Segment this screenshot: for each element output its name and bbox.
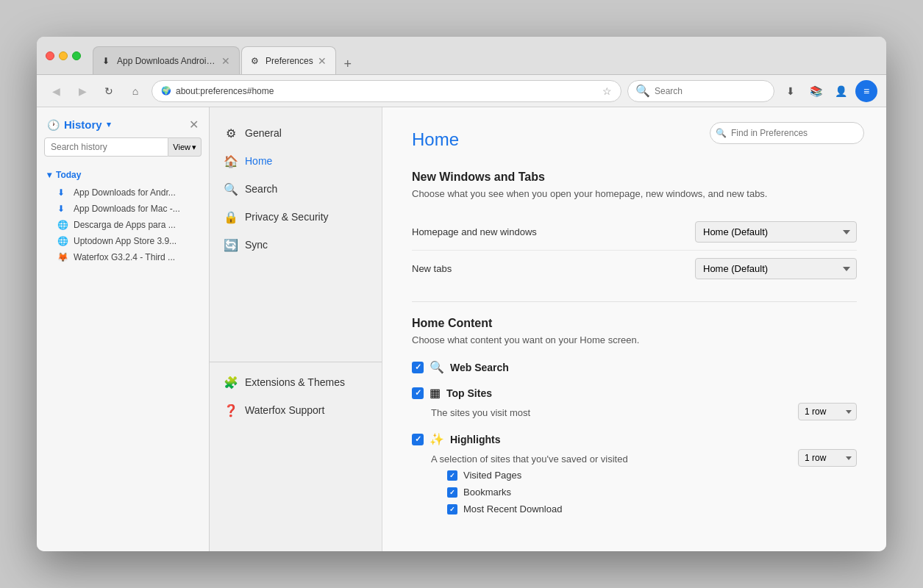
tab-app-downloads-close[interactable]: ✕: [221, 55, 230, 67]
bookmarks-checkbox[interactable]: [447, 487, 457, 498]
close-button[interactable]: [46, 51, 54, 60]
tab-preferences[interactable]: ⚙ Preferences ✕: [241, 46, 336, 74]
search-input[interactable]: [655, 86, 766, 96]
tab-preferences-title: Preferences: [266, 56, 313, 66]
history-today-group[interactable]: ▾ Today: [37, 165, 209, 184]
new-tab-button[interactable]: +: [338, 54, 358, 74]
nav-bar: ◀ ▶ ↻ ⌂ 🌍 about:preferences#home ☆ 🔍 ⬇ 📚…: [37, 75, 886, 107]
prefs-content: Home New Windows and Tabs Choose what yo…: [382, 107, 886, 551]
menu-icon[interactable]: ≡: [855, 80, 877, 102]
top-sites-desc: The sites you visit most: [431, 407, 530, 418]
search-nav-icon: 🔍: [224, 182, 238, 196]
prefs-nav-support[interactable]: ❓ Waterfox Support: [210, 396, 382, 424]
prefs-nav-extensions[interactable]: 🧩 Extensions & Themes: [210, 368, 382, 396]
title-bar: ⬇ App Downloads Android - Do... ✕ ⚙ Pref…: [37, 37, 886, 75]
prefs-nav-privacy-label: Privacy & Security: [245, 211, 329, 223]
toolbar-icons: ⬇ 📚 👤 ≡: [780, 80, 877, 102]
history-item-icon-0: ⬇: [57, 187, 68, 198]
bookmarks-item: Bookmarks: [447, 487, 857, 498]
most-recent-download-checkbox[interactable]: [447, 504, 457, 514]
history-search-input[interactable]: [44, 137, 168, 157]
prefs-nav-home-label: Home: [245, 155, 272, 167]
prefs-nav-sync[interactable]: 🔄 Sync: [210, 231, 382, 259]
find-bar: 🔍: [710, 122, 864, 144]
clock-icon: 🕐: [47, 119, 60, 131]
bookmark-icon[interactable]: ☆: [602, 85, 612, 97]
home-button[interactable]: ⌂: [125, 81, 146, 101]
address-bar[interactable]: 🌍 about:preferences#home ☆: [152, 80, 621, 102]
new-windows-tabs-heading: New Windows and Tabs: [412, 171, 857, 184]
view-button[interactable]: View ▾: [168, 137, 202, 157]
tab-bar: ⬇ App Downloads Android - Do... ✕ ⚙ Pref…: [93, 37, 877, 74]
highlights-label: Highlights: [450, 434, 500, 445]
minimize-button[interactable]: [59, 51, 68, 60]
tab-preferences-close[interactable]: ✕: [318, 55, 327, 67]
tab-app-downloads[interactable]: ⬇ App Downloads Android - Do... ✕: [93, 46, 240, 74]
highlights-checkbox[interactable]: [412, 434, 424, 445]
visited-pages-checkbox[interactable]: [447, 470, 457, 481]
history-item-icon-2: 🌐: [57, 220, 68, 230]
top-sites-label: Top Sites: [446, 387, 492, 399]
gear-tab-icon: ⚙: [251, 56, 261, 66]
newtab-select[interactable]: Home (Default) Blank Page: [695, 258, 857, 279]
tab-app-downloads-title: App Downloads Android - Do...: [117, 56, 217, 66]
highlights-item: ✨ Highlights A selection of sites that y…: [412, 432, 857, 520]
history-title-arrow: ▾: [107, 120, 111, 129]
history-item-icon-4: 🦊: [57, 252, 68, 262]
history-item-text-1: App Downloads for Mac -...: [74, 204, 180, 214]
web-search-icon: 🔍: [430, 360, 444, 374]
location-icon: 🌍: [161, 86, 171, 96]
highlights-icon: ✨: [430, 432, 444, 446]
lock-nav-icon: 🔒: [224, 210, 238, 223]
library-icon[interactable]: 📚: [805, 81, 826, 101]
top-sites-main: ▦ Top Sites: [412, 386, 492, 400]
back-button[interactable]: ◀: [46, 81, 66, 101]
home-nav-icon: 🏠: [224, 154, 238, 168]
new-windows-tabs-section: New Windows and Tabs Choose what you see…: [412, 171, 857, 287]
forward-button[interactable]: ▶: [72, 81, 93, 101]
history-list: ▾ Today ⬇ App Downloads for Andr... ⬇ Ap…: [37, 162, 209, 551]
account-icon[interactable]: 👤: [830, 81, 851, 101]
most-recent-download-label: Most Recent Download: [463, 503, 562, 514]
home-content-section: Home Content Choose what content you wan…: [412, 317, 857, 520]
prefs-nav-extensions-label: Extensions & Themes: [245, 376, 345, 388]
prefs-sidebar: ⚙ General 🏠 Home 🔍 Search 🔒 Privacy & Se…: [210, 107, 382, 551]
history-sidebar: 🕐 History ▾ ✕ View ▾ ▾ Today ⬇: [37, 107, 210, 551]
newtab-label: New tabs: [412, 263, 452, 274]
history-item[interactable]: 🌐 Descarga de Apps para ...: [37, 217, 209, 233]
history-item[interactable]: 🦊 Waterfox G3.2.4 - Third ...: [37, 249, 209, 265]
find-input[interactable]: [710, 122, 864, 144]
visited-pages-item: Visited Pages: [447, 470, 857, 481]
sync-nav-icon: 🔄: [224, 238, 238, 251]
top-sites-checkbox[interactable]: [412, 387, 424, 399]
reload-button[interactable]: ↻: [99, 81, 119, 101]
top-sites-rows-select[interactable]: 1 row 2 rows 3 rows: [798, 403, 857, 420]
history-close-button[interactable]: ✕: [189, 118, 199, 132]
history-item[interactable]: 🌐 Uptodown App Store 3.9...: [37, 233, 209, 249]
history-title[interactable]: 🕐 History ▾: [47, 118, 111, 131]
home-content-desc: Choose what content you want on your Hom…: [412, 334, 857, 345]
highlights-sub-items: Visited Pages Bookmarks Most Recent Down…: [412, 470, 857, 514]
history-item-text-4: Waterfox G3.2.4 - Third ...: [74, 252, 175, 262]
homepage-row: Homepage and new windows Home (Default) …: [412, 214, 857, 251]
search-icon: 🔍: [635, 84, 650, 98]
history-item-text-2: Descarga de Apps para ...: [74, 220, 176, 230]
highlights-main: ✨ Highlights: [412, 432, 500, 446]
find-search-icon: 🔍: [716, 128, 727, 138]
prefs-nav-home[interactable]: 🏠 Home: [210, 147, 382, 175]
prefs-nav-general[interactable]: ⚙ General: [210, 119, 382, 147]
question-nav-icon: ❓: [224, 404, 238, 417]
web-search-item: 🔍 Web Search: [412, 360, 857, 374]
history-item[interactable]: ⬇ App Downloads for Mac -...: [37, 201, 209, 217]
highlights-rows-select[interactable]: 1 row 2 rows 3 rows: [798, 449, 857, 467]
web-search-checkbox[interactable]: [412, 362, 424, 373]
downloads-icon[interactable]: ⬇: [780, 81, 801, 101]
prefs-nav-privacy[interactable]: 🔒 Privacy & Security: [210, 203, 382, 231]
homepage-label: Homepage and new windows: [412, 226, 537, 237]
browser-window: ⬇ App Downloads Android - Do... ✕ ⚙ Pref…: [37, 37, 886, 551]
gear-nav-icon: ⚙: [224, 126, 238, 140]
homepage-select[interactable]: Home (Default) Blank Page Custom URLs...: [695, 221, 857, 243]
maximize-button[interactable]: [72, 51, 81, 60]
prefs-nav-search[interactable]: 🔍 Search: [210, 175, 382, 203]
history-item[interactable]: ⬇ App Downloads for Andr...: [37, 184, 209, 201]
